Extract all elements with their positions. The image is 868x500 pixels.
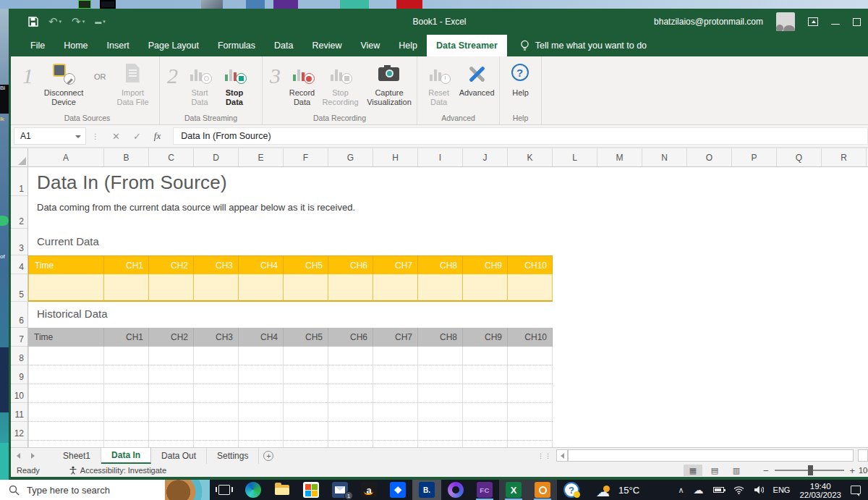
table-header-cell-ch4[interactable]: CH4 — [239, 328, 284, 347]
wifi-icon[interactable] — [733, 486, 744, 494]
row-header-3[interactable]: 3 — [11, 229, 27, 255]
ribbon-tab-data-streamer[interactable]: Data Streamer — [427, 35, 507, 56]
table-cell-empty[interactable] — [104, 422, 149, 440]
column-header-I[interactable]: I — [418, 148, 463, 166]
scrollbar-fragment[interactable] — [858, 449, 868, 462]
avatar[interactable] — [776, 12, 795, 31]
table-header-cell-ch3[interactable]: CH3 — [194, 328, 239, 347]
table-cell-empty[interactable] — [463, 422, 508, 440]
table-cell-empty[interactable] — [418, 441, 463, 447]
table-header-cell-ch2[interactable]: CH2 — [149, 328, 194, 347]
search-box[interactable]: Type here to search — [0, 480, 210, 500]
redo-button[interactable]: ↷▾ — [72, 16, 85, 27]
table-header-cell-ch7[interactable]: CH7 — [373, 255, 418, 274]
table-cell-empty[interactable] — [508, 403, 553, 421]
row-header-5[interactable]: 5 — [11, 274, 27, 302]
table-cell-empty[interactable] — [284, 384, 328, 402]
taskbar-capture-app[interactable] — [528, 480, 557, 500]
table-cell-empty[interactable] — [149, 403, 194, 421]
zoom-slider[interactable] — [775, 470, 844, 471]
table-cell-empty[interactable] — [328, 441, 373, 447]
table-cell-empty[interactable] — [373, 365, 418, 384]
column-header-B[interactable]: B — [104, 148, 149, 166]
view-normal-button[interactable]: ▦ — [684, 465, 702, 476]
table-cell-empty[interactable] — [104, 365, 149, 384]
taskbar-office[interactable] — [297, 480, 326, 500]
taskbar-excel[interactable]: X — [499, 480, 528, 500]
table-cell-empty[interactable] — [328, 384, 373, 402]
stop-recording-button[interactable]: Stop Recording — [321, 62, 359, 107]
table-cell-empty[interactable] — [149, 274, 194, 300]
column-header-D[interactable]: D — [194, 148, 239, 166]
table-cell-empty[interactable] — [239, 422, 284, 440]
table-cell-empty[interactable] — [328, 274, 373, 300]
table-cell-empty[interactable] — [508, 422, 553, 440]
zoom-slider-thumb[interactable] — [808, 465, 813, 475]
table-cell-empty[interactable] — [328, 403, 373, 421]
ribbon-display-options-button[interactable] — [808, 17, 818, 26]
row-header-9[interactable]: 9 — [11, 365, 27, 384]
customize-qat-button[interactable]: ▬▾ — [95, 16, 106, 27]
taskbar-file-explorer[interactable] — [268, 480, 297, 500]
table-cell-empty[interactable] — [508, 274, 553, 300]
stop-data-button[interactable]: Stop Data — [219, 62, 250, 107]
record-data-button[interactable]: Record Data — [287, 62, 317, 107]
table-cell-empty[interactable] — [28, 347, 104, 365]
table-cell-empty[interactable] — [104, 403, 149, 421]
table-header-cell-ch9[interactable]: CH9 — [463, 255, 508, 274]
help-button[interactable]: ? Help — [506, 62, 535, 98]
table-cell-empty[interactable] — [284, 274, 328, 300]
taskbar-booking[interactable]: B. — [412, 480, 441, 500]
table-header-cell-ch2[interactable]: CH2 — [149, 255, 194, 274]
column-header-J[interactable]: J — [463, 148, 508, 166]
zoom-percentage[interactable]: 100% — [859, 466, 868, 475]
table-cell-empty[interactable] — [508, 441, 553, 447]
table-cell-empty[interactable] — [239, 365, 284, 384]
table-cell-empty[interactable] — [194, 274, 239, 300]
taskbar-loop[interactable] — [441, 480, 470, 500]
table-cell-empty[interactable] — [418, 384, 463, 402]
row-header-12[interactable]: 12 — [11, 422, 27, 441]
language-indicator[interactable]: ENG — [773, 486, 791, 494]
table-cell-empty[interactable] — [104, 384, 149, 402]
table-cell-empty[interactable] — [418, 403, 463, 421]
table-header-cell-ch3[interactable]: CH3 — [194, 255, 239, 274]
disconnect-device-button[interactable]: Disconnect Device — [40, 62, 88, 107]
row-header-11[interactable]: 11 — [11, 403, 27, 422]
table-cell-empty[interactable] — [104, 441, 149, 447]
column-header-O[interactable]: O — [687, 148, 732, 166]
add-sheet-button[interactable]: + — [259, 448, 278, 464]
sheet-tab-settings[interactable]: Settings — [207, 448, 259, 464]
start-data-button[interactable]: Start Data — [184, 62, 215, 107]
table-cell-empty[interactable] — [418, 274, 463, 300]
sheet-tab-sheet1[interactable]: Sheet1 — [53, 448, 101, 464]
weather-widget[interactable]: ☁ 15°C — [586, 480, 648, 500]
table-cell-empty[interactable] — [239, 384, 284, 402]
table-header-cell-time[interactable]: Time — [28, 255, 104, 274]
taskbar-clock[interactable]: 19:40 22/03/2023 — [799, 480, 841, 499]
table-cell-empty[interactable] — [239, 274, 284, 300]
table-cell-empty[interactable] — [463, 403, 508, 421]
table-header-cell-ch9[interactable]: CH9 — [463, 328, 508, 347]
column-header-Q[interactable]: Q — [777, 148, 822, 166]
table-header-cell-ch6[interactable]: CH6 — [328, 328, 373, 347]
ribbon-tab-data[interactable]: Data — [265, 35, 302, 56]
table-cell-empty[interactable] — [284, 403, 328, 421]
undo-button[interactable]: ↶▾ — [48, 16, 61, 27]
table-cell-empty[interactable] — [194, 347, 239, 365]
volume-icon[interactable] — [754, 486, 764, 494]
confirm-entry-button[interactable]: ✓ — [133, 131, 141, 142]
insert-function-button[interactable]: fx — [154, 130, 161, 142]
row-header-1[interactable]: 1 — [11, 167, 27, 196]
ribbon-tab-file[interactable]: File — [21, 35, 54, 56]
table-header-cell-ch1[interactable]: CH1 — [104, 255, 149, 274]
table-cell-empty[interactable] — [194, 441, 239, 447]
save-button[interactable] — [28, 17, 38, 27]
table-cell-empty[interactable] — [508, 347, 553, 365]
column-header-M[interactable]: M — [597, 148, 642, 166]
name-box[interactable]: A1 — [14, 127, 86, 145]
table-header-cell-ch1[interactable]: CH1 — [104, 328, 149, 347]
table-cell-empty[interactable] — [149, 422, 194, 440]
table-cell-empty[interactable] — [194, 384, 239, 402]
view-page-layout-button[interactable]: ▤ — [705, 465, 724, 476]
